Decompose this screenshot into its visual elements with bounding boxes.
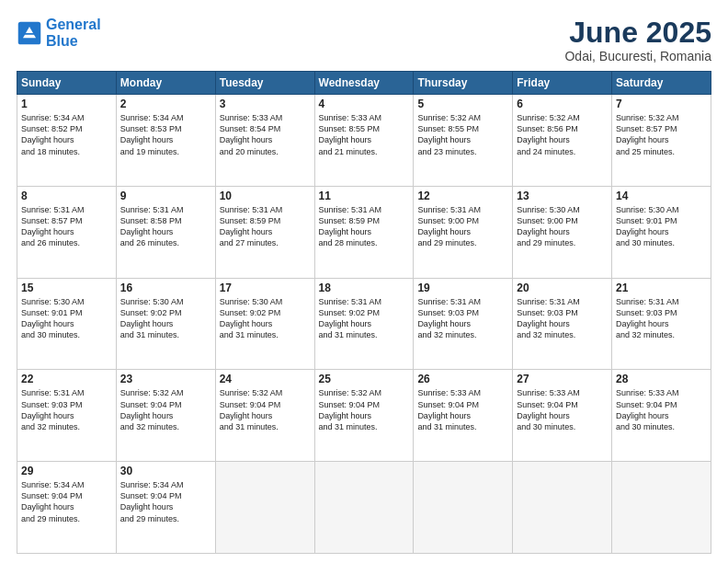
- calendar-header-saturday: Saturday: [612, 72, 711, 95]
- calendar-header-sunday: Sunday: [17, 72, 117, 95]
- day-info: Sunrise: 5:34 AMSunset: 8:52 PMDaylight …: [21, 112, 112, 157]
- calendar-cell-w1d4: 4Sunrise: 5:33 AMSunset: 8:55 PMDaylight…: [314, 95, 414, 187]
- day-info: Sunrise: 5:31 AMSunset: 9:02 PMDaylight …: [319, 296, 410, 341]
- calendar-header-thursday: Thursday: [414, 72, 513, 95]
- day-number: 19: [417, 282, 508, 294]
- day-number: 12: [417, 190, 508, 202]
- calendar-cell-w2d5: 12Sunrise: 5:31 AMSunset: 9:00 PMDayligh…: [414, 186, 513, 278]
- day-number: 16: [120, 282, 211, 294]
- calendar-cell-w1d1: 1Sunrise: 5:34 AMSunset: 8:52 PMDaylight…: [17, 95, 117, 187]
- day-number: 11: [319, 190, 410, 202]
- day-info: Sunrise: 5:30 AMSunset: 9:01 PMDaylight …: [616, 204, 707, 249]
- calendar-cell-w2d6: 13Sunrise: 5:30 AMSunset: 9:00 PMDayligh…: [513, 186, 612, 278]
- calendar-cell-w1d5: 5Sunrise: 5:32 AMSunset: 8:55 PMDaylight…: [414, 95, 513, 187]
- calendar-header-monday: Monday: [116, 72, 215, 95]
- day-info: Sunrise: 5:30 AMSunset: 9:00 PMDaylight …: [517, 204, 608, 249]
- header: General Blue June 2025 Odai, Bucuresti, …: [17, 17, 711, 63]
- calendar-cell-w1d3: 3Sunrise: 5:33 AMSunset: 8:54 PMDaylight…: [215, 95, 314, 187]
- day-number: 28: [616, 373, 707, 385]
- calendar-week-4: 22Sunrise: 5:31 AMSunset: 9:03 PMDayligh…: [17, 370, 711, 462]
- day-info: Sunrise: 5:31 AMSunset: 8:59 PMDaylight …: [220, 204, 311, 249]
- calendar-cell-w3d2: 16Sunrise: 5:30 AMSunset: 9:02 PMDayligh…: [116, 278, 215, 370]
- calendar-table: SundayMondayTuesdayWednesdayThursdayFrid…: [17, 71, 711, 554]
- day-info: Sunrise: 5:30 AMSunset: 9:02 PMDaylight …: [220, 296, 311, 341]
- logo-text: General Blue: [46, 17, 101, 49]
- calendar-cell-w4d5: 26Sunrise: 5:33 AMSunset: 9:04 PMDayligh…: [414, 370, 513, 462]
- day-number: 17: [220, 282, 311, 294]
- day-info: Sunrise: 5:31 AMSunset: 8:58 PMDaylight …: [120, 204, 211, 249]
- day-info: Sunrise: 5:31 AMSunset: 9:03 PMDaylight …: [21, 387, 112, 432]
- day-number: 22: [21, 373, 112, 385]
- day-info: Sunrise: 5:33 AMSunset: 8:54 PMDaylight …: [220, 112, 311, 157]
- calendar-header-wednesday: Wednesday: [314, 72, 414, 95]
- day-info: Sunrise: 5:31 AMSunset: 8:57 PMDaylight …: [21, 204, 112, 249]
- day-number: 23: [120, 373, 211, 385]
- logo: General Blue: [17, 17, 101, 49]
- calendar-cell-w3d3: 17Sunrise: 5:30 AMSunset: 9:02 PMDayligh…: [215, 278, 314, 370]
- day-info: Sunrise: 5:30 AMSunset: 9:02 PMDaylight …: [120, 296, 211, 341]
- calendar-cell-w4d4: 25Sunrise: 5:32 AMSunset: 9:04 PMDayligh…: [314, 370, 414, 462]
- day-info: Sunrise: 5:32 AMSunset: 9:04 PMDaylight …: [220, 387, 311, 432]
- day-info: Sunrise: 5:33 AMSunset: 9:04 PMDaylight …: [417, 387, 508, 432]
- day-info: Sunrise: 5:31 AMSunset: 9:03 PMDaylight …: [616, 296, 707, 341]
- day-number: 4: [319, 98, 410, 110]
- calendar-cell-w5d4: [314, 462, 414, 554]
- calendar-cell-w4d1: 22Sunrise: 5:31 AMSunset: 9:03 PMDayligh…: [17, 370, 117, 462]
- day-number: 9: [120, 190, 211, 202]
- day-info: Sunrise: 5:31 AMSunset: 8:59 PMDaylight …: [319, 204, 410, 249]
- day-number: 13: [517, 190, 608, 202]
- title-block: June 2025 Odai, Bucuresti, Romania: [564, 17, 711, 63]
- calendar-header-friday: Friday: [513, 72, 612, 95]
- calendar-cell-w5d6: [513, 462, 612, 554]
- day-info: Sunrise: 5:33 AMSunset: 9:04 PMDaylight …: [517, 387, 608, 432]
- calendar-cell-w1d7: 7Sunrise: 5:32 AMSunset: 8:57 PMDaylight…: [612, 95, 711, 187]
- day-number: 14: [616, 190, 707, 202]
- day-number: 27: [517, 373, 608, 385]
- calendar-week-2: 8Sunrise: 5:31 AMSunset: 8:57 PMDaylight…: [17, 186, 711, 278]
- calendar-cell-w3d5: 19Sunrise: 5:31 AMSunset: 9:03 PMDayligh…: [414, 278, 513, 370]
- calendar-cell-w3d4: 18Sunrise: 5:31 AMSunset: 9:02 PMDayligh…: [314, 278, 414, 370]
- day-number: 24: [220, 373, 311, 385]
- day-number: 20: [517, 282, 608, 294]
- logo-icon: [17, 20, 42, 46]
- day-info: Sunrise: 5:32 AMSunset: 8:56 PMDaylight …: [517, 112, 608, 157]
- calendar-cell-w3d7: 21Sunrise: 5:31 AMSunset: 9:03 PMDayligh…: [612, 278, 711, 370]
- calendar-cell-w1d2: 2Sunrise: 5:34 AMSunset: 8:53 PMDaylight…: [116, 95, 215, 187]
- day-number: 25: [319, 373, 410, 385]
- day-info: Sunrise: 5:31 AMSunset: 9:00 PMDaylight …: [417, 204, 508, 249]
- calendar-cell-w4d2: 23Sunrise: 5:32 AMSunset: 9:04 PMDayligh…: [116, 370, 215, 462]
- day-number: 3: [220, 98, 311, 110]
- day-info: Sunrise: 5:34 AMSunset: 8:53 PMDaylight …: [120, 112, 211, 157]
- calendar-cell-w3d1: 15Sunrise: 5:30 AMSunset: 9:01 PMDayligh…: [17, 278, 117, 370]
- day-number: 10: [220, 190, 311, 202]
- day-number: 21: [616, 282, 707, 294]
- day-number: 30: [120, 465, 211, 477]
- day-info: Sunrise: 5:32 AMSunset: 9:04 PMDaylight …: [120, 387, 211, 432]
- day-number: 2: [120, 98, 211, 110]
- day-info: Sunrise: 5:32 AMSunset: 9:04 PMDaylight …: [319, 387, 410, 432]
- calendar-header-tuesday: Tuesday: [215, 72, 314, 95]
- day-number: 15: [21, 282, 112, 294]
- subtitle: Odai, Bucuresti, Romania: [564, 49, 711, 63]
- day-number: 5: [417, 98, 508, 110]
- calendar-header-row: SundayMondayTuesdayWednesdayThursdayFrid…: [17, 72, 711, 95]
- day-number: 29: [21, 465, 112, 477]
- day-info: Sunrise: 5:30 AMSunset: 9:01 PMDaylight …: [21, 296, 112, 341]
- calendar-cell-w1d6: 6Sunrise: 5:32 AMSunset: 8:56 PMDaylight…: [513, 95, 612, 187]
- day-info: Sunrise: 5:32 AMSunset: 8:55 PMDaylight …: [417, 112, 508, 157]
- calendar-cell-w5d3: [215, 462, 314, 554]
- calendar-cell-w4d3: 24Sunrise: 5:32 AMSunset: 9:04 PMDayligh…: [215, 370, 314, 462]
- day-number: 6: [517, 98, 608, 110]
- logo-blue: Blue: [46, 33, 78, 49]
- calendar-cell-w4d7: 28Sunrise: 5:33 AMSunset: 9:04 PMDayligh…: [612, 370, 711, 462]
- calendar-cell-w5d7: [612, 462, 711, 554]
- day-number: 7: [616, 98, 707, 110]
- calendar-cell-w3d6: 20Sunrise: 5:31 AMSunset: 9:03 PMDayligh…: [513, 278, 612, 370]
- calendar-cell-w2d7: 14Sunrise: 5:30 AMSunset: 9:01 PMDayligh…: [612, 186, 711, 278]
- day-info: Sunrise: 5:31 AMSunset: 9:03 PMDaylight …: [517, 296, 608, 341]
- calendar-week-1: 1Sunrise: 5:34 AMSunset: 8:52 PMDaylight…: [17, 95, 711, 187]
- page: General Blue June 2025 Odai, Bucuresti, …: [0, 0, 728, 563]
- day-number: 26: [417, 373, 508, 385]
- calendar-cell-w4d6: 27Sunrise: 5:33 AMSunset: 9:04 PMDayligh…: [513, 370, 612, 462]
- main-title: June 2025: [564, 17, 711, 49]
